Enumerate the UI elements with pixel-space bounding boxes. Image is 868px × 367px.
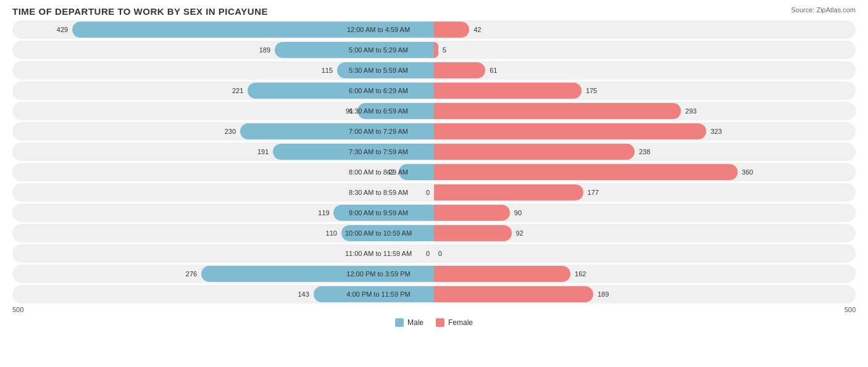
legend: Male Female: [12, 318, 856, 327]
chart-row: 12:00 AM to 4:59 AM42942: [12, 20, 856, 39]
row-label: 8:30 AM to 8:59 AM: [323, 189, 434, 196]
male-value-label: 189: [259, 46, 270, 54]
female-value-label: 90: [514, 209, 522, 216]
chart-row: 6:30 AM to 6:59 AM91293: [12, 102, 856, 120]
female-bar: [434, 42, 438, 58]
chart-container: TIME OF DEPARTURE TO WORK BY SEX IN PICA…: [0, 0, 868, 367]
female-bar: [434, 205, 510, 221]
axis-left: 500: [12, 306, 23, 313]
row-label: 12:00 AM to 4:59 AM: [323, 26, 434, 33]
male-value-label: 230: [225, 128, 236, 135]
legend-male-label: Male: [407, 318, 424, 327]
row-label: 4:00 PM to 11:59 PM: [323, 291, 434, 298]
chart-row: 7:30 AM to 7:59 AM191238: [12, 142, 856, 161]
female-bar: [434, 123, 706, 139]
row-label: 8:00 AM to 8:29 AM: [323, 168, 434, 176]
legend-female-box: [436, 318, 444, 327]
chart-row: 8:00 AM to 8:29 AM42360: [12, 163, 856, 181]
row-label: 7:30 AM to 7:59 AM: [323, 148, 434, 155]
chart-row: 5:00 AM to 5:29 AM1895: [12, 41, 856, 59]
male-value-label: 143: [298, 291, 309, 298]
chart-row: 10:00 AM to 10:59 AM11092: [12, 224, 856, 242]
female-bar: [434, 164, 738, 180]
legend-female: Female: [436, 318, 473, 327]
chart-row: 5:30 AM to 5:59 AM11561: [12, 61, 856, 80]
row-label: 5:30 AM to 5:59 AM: [323, 67, 434, 74]
row-label: 11:00 AM to 11:59 AM: [323, 250, 434, 257]
male-value-label: 429: [57, 26, 68, 33]
female-bar: [434, 286, 593, 302]
male-value-label: 276: [186, 270, 197, 278]
female-value-label: 61: [490, 67, 497, 74]
chart-row: 11:00 AM to 11:59 AM00: [12, 244, 856, 263]
chart-area: 12:00 AM to 4:59 AM429425:00 AM to 5:29 …: [12, 20, 856, 303]
chart-row: 7:00 AM to 7:29 AM230323: [12, 122, 856, 141]
chart-title: TIME OF DEPARTURE TO WORK BY SEX IN PICA…: [12, 6, 856, 17]
female-value-label: 92: [516, 229, 524, 237]
male-value-label: 221: [232, 87, 243, 94]
legend-female-label: Female: [448, 318, 473, 327]
chart-row: 9:00 AM to 9:59 AM11990: [12, 204, 856, 222]
row-label: 9:00 AM to 9:59 AM: [323, 209, 434, 216]
row-label: 10:00 AM to 10:59 AM: [323, 229, 434, 237]
female-bar: [434, 22, 469, 38]
chart-row: 4:00 PM to 11:59 PM143189: [12, 285, 856, 303]
axis-right: 500: [845, 306, 856, 313]
female-value-label: 175: [586, 87, 597, 94]
female-bar: [434, 184, 583, 200]
row-label: 5:00 AM to 5:29 AM: [323, 46, 434, 54]
axis-labels: 500 500: [12, 306, 856, 313]
female-value-label: 162: [575, 270, 586, 278]
chart-row: 8:30 AM to 8:59 AM0177: [12, 183, 856, 202]
female-bar: [434, 144, 635, 160]
chart-row: 6:00 AM to 6:29 AM221175: [12, 81, 856, 100]
female-bar: [434, 62, 485, 78]
female-bar: [434, 266, 570, 282]
chart-row: 12:00 PM to 3:59 PM276162: [12, 265, 856, 283]
female-bar: [434, 83, 582, 99]
legend-male-box: [395, 318, 404, 327]
row-label: 6:00 AM to 6:29 AM: [323, 87, 434, 94]
source-label: Source: ZipAtlas.com: [791, 6, 856, 14]
female-value-label: 189: [598, 291, 609, 298]
row-label: 6:30 AM to 6:59 AM: [323, 107, 434, 115]
row-label: 7:00 AM to 7:29 AM: [323, 128, 434, 135]
female-value-label: 5: [443, 46, 446, 54]
female-value-label: 0: [438, 250, 442, 257]
female-bar: [434, 103, 681, 119]
female-bar: [434, 225, 512, 241]
female-value-label: 42: [474, 26, 481, 33]
row-label: 12:00 PM to 3:59 PM: [323, 270, 434, 278]
female-value-label: 177: [588, 189, 599, 196]
male-value-label: 191: [257, 148, 269, 155]
legend-male: Male: [395, 318, 424, 327]
